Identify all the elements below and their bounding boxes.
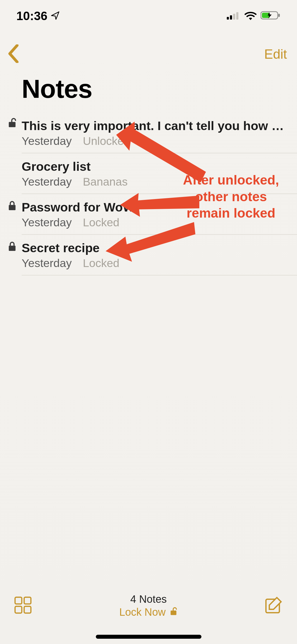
note-subtitle: Yesterday Unlocked xyxy=(22,135,286,148)
annotation-line: remain locked xyxy=(176,205,286,222)
svg-rect-9 xyxy=(9,246,16,251)
svg-rect-8 xyxy=(9,205,16,210)
annotation-line: other notes xyxy=(176,188,286,205)
toolbar-center: 4 Notes Lock Now xyxy=(119,593,178,618)
chevron-left-icon xyxy=(8,44,19,63)
note-title: This is very important. I can't tell you… xyxy=(22,118,286,133)
cellular-icon xyxy=(227,9,241,23)
annotation-callout: After unlocked, other notes remain locke… xyxy=(176,172,286,222)
bottom-toolbar: 4 Notes Lock Now xyxy=(0,588,297,623)
note-row[interactable]: This is very important. I can't tell you… xyxy=(0,111,297,153)
svg-rect-13 xyxy=(15,597,22,604)
lock-icon xyxy=(7,200,17,211)
svg-rect-5 xyxy=(278,14,280,17)
lock-icon xyxy=(7,241,17,252)
home-indicator[interactable] xyxy=(96,635,201,639)
page-title: Notes xyxy=(22,74,92,104)
status-right xyxy=(227,9,281,23)
svg-rect-0 xyxy=(227,17,229,20)
nav-bar: Edit xyxy=(0,42,297,66)
note-secondary: Unlocked xyxy=(83,135,130,147)
note-secondary: Locked xyxy=(83,216,120,229)
note-row[interactable]: Secret recipe Yesterday Locked xyxy=(0,235,297,275)
svg-rect-15 xyxy=(15,606,22,613)
svg-rect-14 xyxy=(24,597,31,604)
note-date: Yesterday xyxy=(22,175,72,188)
svg-rect-7 xyxy=(9,122,16,127)
svg-rect-2 xyxy=(233,14,235,20)
compose-button[interactable] xyxy=(264,596,283,615)
note-date: Yesterday xyxy=(22,257,72,269)
lock-unlocked-icon xyxy=(7,117,17,128)
location-arrow-icon xyxy=(51,9,60,23)
note-secondary: Locked xyxy=(83,257,120,269)
svg-rect-17 xyxy=(171,611,176,615)
note-date: Yesterday xyxy=(22,135,72,147)
annotation-line: After unlocked, xyxy=(176,172,286,188)
row-divider xyxy=(22,275,297,275)
grid-icon xyxy=(14,596,32,614)
note-subtitle: Yesterday Locked xyxy=(22,257,286,270)
note-date: Yesterday xyxy=(22,216,72,229)
note-title: Grocery list xyxy=(22,159,286,174)
gallery-view-button[interactable] xyxy=(14,596,32,615)
back-button[interactable] xyxy=(8,44,19,64)
note-secondary: Bananas xyxy=(83,175,128,188)
lock-unlocked-icon xyxy=(169,606,178,618)
svg-rect-1 xyxy=(230,15,232,20)
wifi-icon xyxy=(244,9,257,23)
notes-count-label: 4 Notes xyxy=(119,593,178,605)
status-time: 10:36 xyxy=(16,9,48,23)
note-title: Secret recipe xyxy=(22,241,286,255)
battery-icon xyxy=(261,9,281,23)
status-left: 10:36 xyxy=(16,9,60,23)
lock-now-label: Lock Now xyxy=(119,606,166,618)
svg-rect-16 xyxy=(24,606,31,613)
svg-rect-3 xyxy=(236,12,238,20)
edit-button[interactable]: Edit xyxy=(264,47,287,62)
status-bar: 10:36 xyxy=(0,0,297,32)
lock-now-button[interactable]: Lock Now xyxy=(119,606,178,618)
compose-icon xyxy=(264,596,283,614)
